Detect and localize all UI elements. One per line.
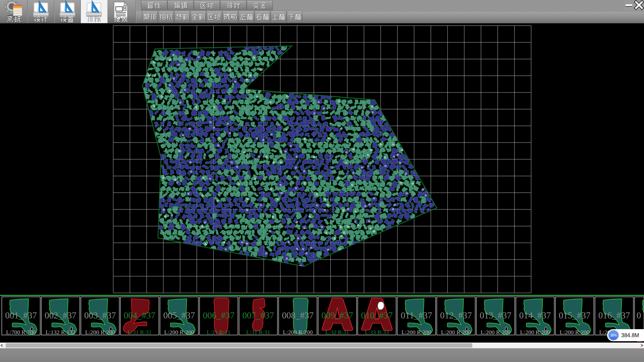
svg-text:007_#37: 007_#37 xyxy=(243,310,274,320)
svg-text:003_#37: 003_#37 xyxy=(84,310,116,320)
svg-text:001_#37: 001_#37 xyxy=(5,310,37,320)
svg-text:L:31 R:31: L:31 R:31 xyxy=(127,329,151,336)
svg-text:L:132 R:132: L:132 R:132 xyxy=(46,329,75,336)
svg-text:011_#37: 011_#37 xyxy=(401,310,432,320)
svg-text:012_#37: 012_#37 xyxy=(440,310,472,320)
svg-text:38%: 38% xyxy=(610,334,617,337)
svg-text:L:200 R:200: L:200 R:200 xyxy=(481,329,511,336)
svg-text:L:31 R:31: L:31 R:31 xyxy=(246,329,270,336)
svg-text:L:200 R:200: L:200 R:200 xyxy=(520,329,550,336)
svg-text:L:200 R:200: L:200 R:200 xyxy=(85,329,115,336)
svg-text:L:700 R:700: L:700 R:700 xyxy=(6,329,36,336)
svg-text:0: 0 xyxy=(637,310,641,320)
svg-text:008_#37: 008_#37 xyxy=(282,310,314,320)
svg-text:L:21 R:21: L:21 R:21 xyxy=(207,329,230,336)
svg-text:009_#37: 009_#37 xyxy=(321,310,353,320)
svg-text:002_#37: 002_#37 xyxy=(45,310,76,320)
svg-text:004_#37: 004_#37 xyxy=(124,310,156,320)
svg-text:L:200 R:200: L:200 R:200 xyxy=(560,329,590,336)
svg-text:L:200 R:200: L:200 R:200 xyxy=(283,329,313,336)
svg-text:015_#37: 015_#37 xyxy=(559,310,591,320)
svg-text:L:200 R:200: L:200 R:200 xyxy=(401,329,431,336)
svg-text:006_#37: 006_#37 xyxy=(203,310,235,320)
svg-text:014_#37: 014_#37 xyxy=(519,310,551,320)
svg-text:L:200 R:200: L:200 R:200 xyxy=(164,329,194,336)
svg-text:013_#37: 013_#37 xyxy=(480,310,512,320)
svg-text:L:32 R:31: L:32 R:31 xyxy=(325,329,349,336)
svg-text:L:33 R:33: L:33 R:33 xyxy=(365,329,389,336)
svg-text:016_#37: 016_#37 xyxy=(598,310,630,320)
svg-text:005_#37: 005_#37 xyxy=(163,310,195,320)
svg-text:L:200 R:200: L:200 R:200 xyxy=(441,329,471,336)
svg-text:010_#37: 010_#37 xyxy=(361,310,393,320)
svg-text:384.8M: 384.8M xyxy=(621,333,639,338)
